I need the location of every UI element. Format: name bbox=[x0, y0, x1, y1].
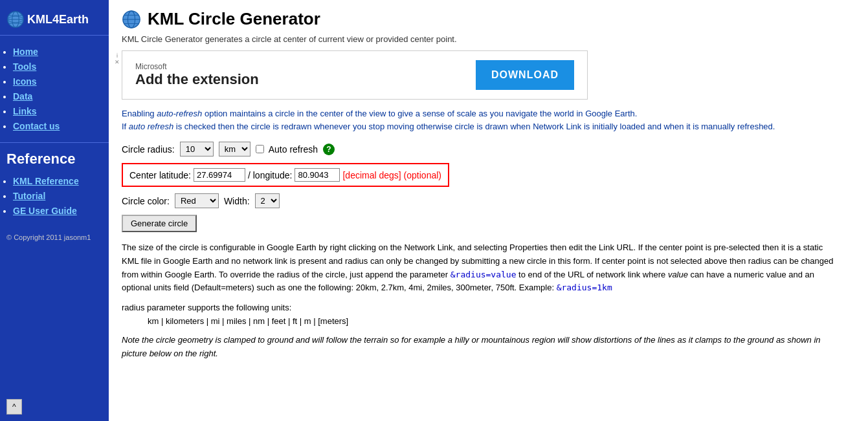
header-globe-icon bbox=[122, 10, 141, 29]
radius-select[interactable]: 125102050100 bbox=[180, 142, 214, 157]
sidebar-item-home[interactable]: Home bbox=[13, 47, 109, 57]
slash-label: / longitude: bbox=[248, 170, 293, 180]
width-select[interactable]: 12345 bbox=[255, 193, 280, 208]
sidebar-item-links[interactable]: Links bbox=[13, 106, 109, 116]
longitude-input[interactable] bbox=[295, 168, 340, 182]
radius-units-text: radius parameter supports the following … bbox=[122, 303, 855, 326]
info-line1: Enabling auto-refresh option maintains a… bbox=[122, 109, 637, 118]
ad-left: Microsoft Add the extension bbox=[135, 62, 259, 88]
sidebar-item-kml-reference[interactable]: KML Reference bbox=[13, 176, 109, 186]
sidebar-nav: Home Tools Icons Data Links Contact us bbox=[0, 36, 109, 143]
page-title: KML Circle Generator bbox=[148, 9, 320, 29]
sidebar-item-tools[interactable]: Tools bbox=[13, 61, 109, 72]
reference-section-title: Reference bbox=[0, 143, 109, 171]
radius-units-label: radius parameter supports the following … bbox=[122, 303, 855, 312]
ad-tagline: Add the extension bbox=[135, 71, 259, 88]
latitude-input[interactable] bbox=[194, 168, 245, 182]
ad-microsoft-label: Microsoft bbox=[135, 62, 259, 71]
generate-circle-button[interactable]: Generate circle bbox=[122, 215, 197, 232]
sidebar-item-data[interactable]: Data bbox=[13, 91, 109, 102]
radius-control-row: Circle radius: 125102050100 kmminmftm Au… bbox=[122, 142, 855, 157]
copyright: © Copyright 2011 jasonm1 bbox=[0, 221, 109, 245]
sidebar-logo-text: KML4Earth bbox=[27, 13, 89, 27]
color-select[interactable]: RedBlueGreenYellowWhiteBlack bbox=[175, 193, 219, 208]
page-header: KML Circle Generator bbox=[122, 9, 855, 29]
sidebar-item-ge-user-guide[interactable]: GE User Guide bbox=[13, 206, 109, 216]
desc-para1: The size of the circle is configurable i… bbox=[122, 241, 834, 295]
ad-badge: i ✕ bbox=[115, 52, 120, 65]
sidebar-item-tutorial[interactable]: Tutorial bbox=[13, 191, 109, 201]
radius-param-code: &radius=value bbox=[451, 270, 517, 279]
radius-label: Circle radius: bbox=[122, 144, 175, 155]
sidebar-logo: KML4Earth bbox=[0, 6, 109, 36]
center-lat-label: Center latitude: bbox=[129, 170, 191, 180]
description-text: The size of the circle is configurable i… bbox=[122, 241, 834, 295]
color-width-row: Circle color: RedBlueGreenYellowWhiteBla… bbox=[122, 193, 855, 208]
sidebar-item-contact[interactable]: Contact us bbox=[13, 121, 109, 131]
unit-select[interactable]: kmminmftm bbox=[219, 142, 250, 157]
auto-refresh-checkbox[interactable] bbox=[256, 145, 264, 153]
main-content: KML Circle Generator KML Circle Generato… bbox=[109, 0, 868, 421]
info-text: Enabling auto-refresh option maintains a… bbox=[122, 107, 834, 133]
note-para: Note the circle geometry is clamped to g… bbox=[122, 334, 834, 361]
help-icon[interactable]: ? bbox=[323, 144, 335, 155]
width-label: Width: bbox=[224, 196, 250, 206]
units-line: km | kilometers | mi | miles | nm | feet… bbox=[148, 316, 855, 326]
sidebar: KML4Earth Home Tools Icons Data Links Co… bbox=[0, 0, 109, 421]
ad-download-button[interactable]: DOWNLOAD bbox=[476, 60, 574, 90]
auto-refresh-checkbox-label[interactable]: Auto refresh bbox=[256, 144, 318, 155]
note-text: Note the circle geometry is clamped to g… bbox=[122, 334, 834, 361]
auto-refresh-label: Auto refresh bbox=[269, 144, 318, 155]
center-lat-lon-row: Center latitude: / longitude: [decimal d… bbox=[122, 163, 449, 187]
auto-refresh-em2: auto refresh bbox=[129, 122, 173, 131]
auto-refresh-em1: auto-refresh bbox=[157, 109, 202, 118]
ad-banner: i ✕ Microsoft Add the extension DOWNLOAD bbox=[122, 50, 588, 100]
scroll-up-button[interactable]: ^ bbox=[6, 399, 22, 415]
ad-close-icon[interactable]: ✕ bbox=[115, 59, 120, 65]
globe-icon bbox=[6, 10, 25, 28]
radius-example-code: &radius=1km bbox=[557, 283, 612, 292]
value-em: value bbox=[668, 270, 688, 279]
info-line2: If auto refresh is checked then the circ… bbox=[122, 122, 775, 131]
optional-label: [decimal degs] (optional) bbox=[342, 170, 441, 180]
page-subtitle: KML Circle Generator generates a circle … bbox=[122, 34, 855, 44]
ad-info-icon: i bbox=[117, 52, 118, 59]
sidebar-item-icons[interactable]: Icons bbox=[13, 76, 109, 87]
color-label: Circle color: bbox=[122, 196, 170, 206]
sidebar-ref-nav: KML Reference Tutorial GE User Guide bbox=[0, 176, 109, 216]
